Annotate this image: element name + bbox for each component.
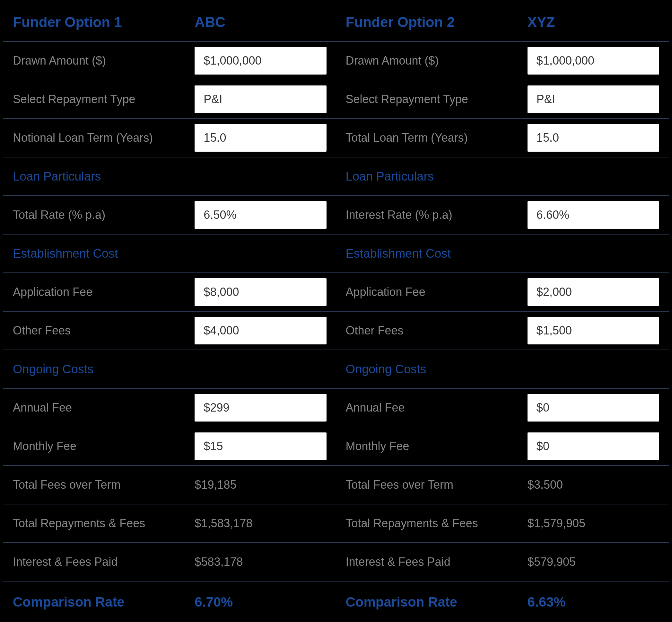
repayment-type-label: Select Repayment Type — [13, 93, 194, 106]
interest-paid-value: $583,178 — [194, 555, 326, 569]
rate-label: Total Rate (% p.a) — [13, 208, 194, 222]
header-row: Funder Option 2 XYZ — [336, 3, 669, 42]
loan-particulars-section: Loan Particulars — [3, 158, 336, 196]
monthly-fee-row: Monthly Fee $15 — [3, 427, 336, 466]
annual-fee-row: Annual Fee $0 — [336, 389, 669, 427]
section-heading: Establishment Cost — [346, 247, 451, 261]
rate-row: Total Rate (% p.a) 6.50% — [3, 196, 336, 235]
total-repayments-value: $1,579,905 — [527, 517, 659, 530]
repayment-type-select[interactable]: P&I — [194, 85, 326, 113]
rate-input[interactable]: 6.50% — [194, 201, 326, 229]
other-fees-label: Other Fees — [346, 324, 527, 337]
section-heading: Establishment Cost — [13, 247, 118, 261]
ongoing-costs-section: Ongoing Costs — [3, 350, 336, 389]
monthly-fee-label: Monthly Fee — [13, 440, 194, 453]
total-repayments-row: Total Repayments & Fees $1,579,905 — [336, 505, 669, 543]
ongoing-costs-section: Ongoing Costs — [336, 350, 669, 389]
loan-term-input[interactable]: 15.0 — [194, 124, 326, 152]
drawn-amount-input[interactable]: $1,000,000 — [527, 47, 659, 74]
total-fees-row: Total Fees over Term $19,185 — [3, 466, 336, 505]
total-fees-value: $3,500 — [527, 478, 659, 491]
header-row: Funder Option 1 ABC — [3, 3, 336, 42]
monthly-fee-input[interactable]: $0 — [527, 433, 659, 460]
interest-paid-row: Interest & Fees Paid $579,905 — [336, 543, 669, 582]
comparison-rate-label: Comparison Rate — [13, 594, 194, 610]
funder-name: ABC — [194, 14, 326, 30]
total-repayments-label: Total Repayments & Fees — [346, 517, 527, 530]
loan-term-input[interactable]: 15.0 — [527, 124, 659, 152]
loan-particulars-section: Loan Particulars — [336, 158, 669, 196]
comparison-rate-value: 6.63% — [527, 594, 659, 610]
drawn-amount-row: Drawn Amount ($) $1,000,000 — [3, 42, 336, 80]
interest-paid-row: Interest & Fees Paid $583,178 — [3, 543, 336, 582]
repayment-type-row: Select Repayment Type P&I — [336, 80, 669, 119]
total-repayments-row: Total Repayments & Fees $1,583,178 — [3, 505, 336, 543]
monthly-fee-label: Monthly Fee — [346, 440, 527, 453]
annual-fee-input[interactable]: $0 — [527, 394, 659, 421]
application-fee-input[interactable]: $2,000 — [527, 278, 659, 306]
option-title: Funder Option 1 — [13, 14, 194, 30]
application-fee-input[interactable]: $8,000 — [194, 278, 326, 306]
section-heading: Ongoing Costs — [346, 362, 426, 376]
other-fees-input[interactable]: $1,500 — [527, 317, 659, 344]
funder-option-2: Funder Option 2 XYZ Drawn Amount ($) $1,… — [336, 3, 669, 622]
total-fees-value: $19,185 — [194, 478, 326, 491]
annual-fee-input[interactable]: $299 — [194, 394, 326, 421]
comparison-rate-label: Comparison Rate — [346, 594, 527, 610]
repayment-type-label: Select Repayment Type — [346, 93, 527, 106]
loan-term-row: Notional Loan Term (Years) 15.0 — [3, 119, 336, 158]
other-fees-input[interactable]: $4,000 — [194, 317, 326, 344]
rate-input[interactable]: 6.60% — [527, 201, 659, 229]
monthly-fee-input[interactable]: $15 — [194, 433, 326, 460]
comparison-rate-value: 6.70% — [194, 594, 326, 610]
rate-row: Interest Rate (% p.a) 6.60% — [336, 196, 669, 235]
loan-term-label: Notional Loan Term (Years) — [13, 131, 194, 145]
section-heading: Ongoing Costs — [13, 362, 94, 376]
funder-option-1: Funder Option 1 ABC Drawn Amount ($) $1,… — [3, 3, 336, 622]
comparison-rate-row: Comparison Rate 6.70% — [3, 582, 336, 622]
total-repayments-label: Total Repayments & Fees — [13, 517, 194, 530]
rate-label: Interest Rate (% p.a) — [346, 208, 527, 222]
application-fee-label: Application Fee — [346, 285, 527, 299]
annual-fee-row: Annual Fee $299 — [3, 389, 336, 427]
section-heading: Loan Particulars — [13, 170, 101, 183]
option-title: Funder Option 2 — [346, 14, 527, 30]
comparison-rate-row: Comparison Rate 6.63% — [336, 582, 669, 622]
annual-fee-label: Annual Fee — [13, 401, 194, 414]
monthly-fee-row: Monthly Fee $0 — [336, 427, 669, 466]
interest-paid-label: Interest & Fees Paid — [346, 555, 527, 569]
repayment-type-select[interactable]: P&I — [527, 85, 659, 113]
application-fee-row: Application Fee $8,000 — [3, 273, 336, 312]
drawn-amount-label: Drawn Amount ($) — [346, 54, 527, 67]
total-fees-label: Total Fees over Term — [13, 478, 194, 491]
annual-fee-label: Annual Fee — [346, 401, 527, 414]
interest-paid-label: Interest & Fees Paid — [13, 555, 194, 569]
repayment-type-row: Select Repayment Type P&I — [3, 80, 336, 119]
total-fees-label: Total Fees over Term — [346, 478, 527, 491]
loan-term-label: Total Loan Term (Years) — [346, 131, 527, 145]
drawn-amount-row: Drawn Amount ($) $1,000,000 — [336, 42, 669, 80]
application-fee-row: Application Fee $2,000 — [336, 273, 669, 312]
funder-comparison-table: Funder Option 1 ABC Drawn Amount ($) $1,… — [3, 3, 669, 622]
drawn-amount-input[interactable]: $1,000,000 — [194, 47, 326, 74]
other-fees-row: Other Fees $1,500 — [336, 312, 669, 350]
establishment-cost-section: Establishment Cost — [3, 235, 336, 273]
total-fees-row: Total Fees over Term $3,500 — [336, 466, 669, 505]
drawn-amount-label: Drawn Amount ($) — [13, 54, 194, 67]
funder-name: XYZ — [527, 14, 659, 30]
interest-paid-value: $579,905 — [527, 555, 659, 569]
section-heading: Loan Particulars — [346, 170, 434, 183]
loan-term-row: Total Loan Term (Years) 15.0 — [336, 119, 669, 158]
establishment-cost-section: Establishment Cost — [336, 235, 669, 273]
total-repayments-value: $1,583,178 — [194, 517, 326, 530]
application-fee-label: Application Fee — [13, 285, 194, 299]
other-fees-row: Other Fees $4,000 — [3, 312, 336, 350]
other-fees-label: Other Fees — [13, 324, 194, 337]
